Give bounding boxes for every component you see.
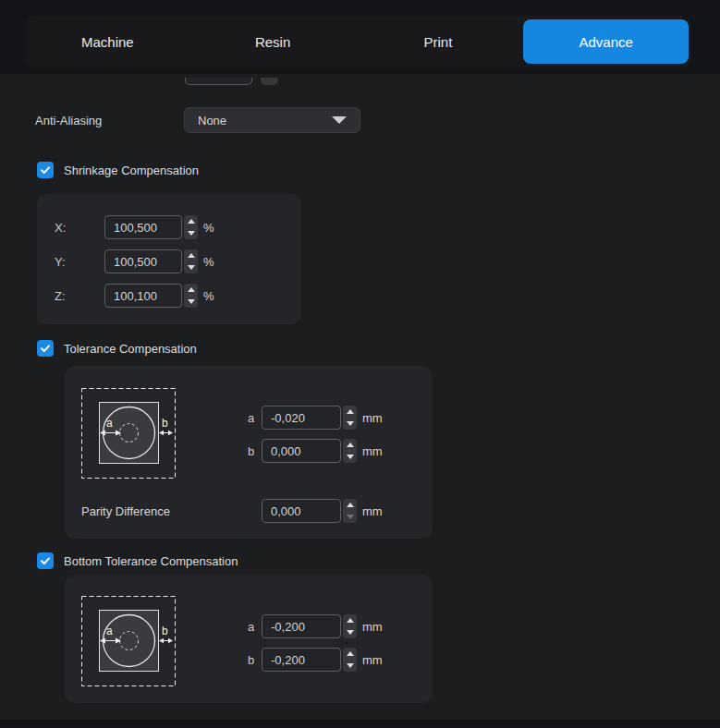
y-label: Y: <box>55 249 66 273</box>
parity-spinner <box>343 499 357 523</box>
tolerance-compensation-checkbox[interactable] <box>37 340 54 357</box>
b-unit: mm <box>362 439 383 463</box>
b-input[interactable] <box>262 439 341 463</box>
arrow-up-icon <box>347 618 354 623</box>
diagram-b-label: b <box>162 625 168 637</box>
x-label: X: <box>55 215 66 239</box>
diagram-b-label: b <box>162 417 168 430</box>
anti-aliasing-select[interactable]: None <box>184 107 360 133</box>
spin-up-button[interactable] <box>343 406 357 418</box>
y-unit: % <box>203 249 214 273</box>
spin-up-button[interactable] <box>184 284 198 296</box>
arrow-down-icon <box>347 630 354 635</box>
a-unit: mm <box>362 614 383 638</box>
bottom-b-input[interactable] <box>262 648 341 672</box>
bottom-tolerance-compensation-panel: a b a mm b mm <box>65 575 433 703</box>
z-unit: % <box>203 284 214 308</box>
advance-settings-page: Machine Resin Print Advance Anti-Aliasin… <box>0 0 720 728</box>
checkmark-icon <box>40 343 51 354</box>
arrow-up-icon <box>188 253 195 258</box>
header-band: Machine Resin Print Advance <box>0 0 720 74</box>
arrow-up-icon <box>188 287 195 292</box>
tolerance-compensation-panel: a b a mm b mm Parity Difference mm <box>65 366 433 539</box>
parity-unit: mm <box>362 499 383 523</box>
bottom-tolerance-diagram: a b <box>81 596 176 686</box>
arrow-down-icon <box>347 421 354 426</box>
spin-down-button[interactable] <box>343 451 357 463</box>
b-label: b <box>248 648 254 672</box>
tolerance-diagram: a b <box>81 388 176 479</box>
z-spinner <box>184 284 198 308</box>
checkmark-icon <box>40 555 51 566</box>
arrow-up-icon <box>347 651 354 656</box>
spin-down-button[interactable] <box>184 296 198 308</box>
spin-down-button[interactable] <box>184 227 198 239</box>
spin-down-button[interactable] <box>343 626 357 638</box>
tolerance-compensation-row: Tolerance Compensation <box>37 340 197 357</box>
spin-down-button[interactable] <box>184 261 198 273</box>
bottom-a-input[interactable] <box>262 614 341 638</box>
bottom-tolerance-compensation-row: Bottom Tolerance Compensation <box>37 552 238 569</box>
tab-resin[interactable]: Resin <box>190 16 356 67</box>
footer-band <box>0 720 720 728</box>
tolerance-compensation-title: Tolerance Compensation <box>64 342 197 356</box>
b-spinner <box>343 439 357 463</box>
shrinkage-compensation-panel: X: % Y: % Z: % <box>37 194 301 324</box>
z-input[interactable] <box>104 284 182 308</box>
shrinkage-compensation-checkbox[interactable] <box>37 162 54 178</box>
tab-machine[interactable]: Machine <box>25 16 190 67</box>
arrow-up-icon <box>347 443 354 447</box>
spin-up-button[interactable] <box>343 614 357 626</box>
diagram-a-label: a <box>106 417 113 430</box>
spin-down-button[interactable] <box>343 511 357 523</box>
chevron-down-icon <box>332 116 347 124</box>
a-input[interactable] <box>262 406 341 430</box>
a-spinner <box>343 406 357 430</box>
spin-down-button[interactable] <box>343 418 357 430</box>
x-input[interactable] <box>104 215 182 239</box>
spin-down-button[interactable] <box>343 660 357 672</box>
arrow-down-icon <box>347 515 354 519</box>
arrow-down-icon <box>188 299 195 304</box>
a-label: a <box>248 406 254 430</box>
arrow-down-icon <box>347 455 354 459</box>
bottom-b-spinner <box>343 648 357 672</box>
bottom-tolerance-compensation-checkbox[interactable] <box>37 552 54 569</box>
shrinkage-compensation-title: Shrinkage Compensation <box>64 164 199 177</box>
bottom-tolerance-compensation-title: Bottom Tolerance Compensation <box>64 554 238 568</box>
clipped-spinner[interactable] <box>261 78 278 85</box>
clipped-input[interactable] <box>185 78 252 85</box>
shrinkage-compensation-row: Shrinkage Compensation <box>37 162 199 178</box>
arrow-down-icon <box>188 265 195 270</box>
spin-up-button[interactable] <box>343 439 357 451</box>
b-label: b <box>248 439 254 463</box>
spin-up-button[interactable] <box>343 648 357 660</box>
checkmark-icon <box>40 164 51 176</box>
tab-print[interactable]: Print <box>356 16 521 67</box>
spin-up-button[interactable] <box>343 499 357 511</box>
z-label: Z: <box>55 284 66 308</box>
tab-advance[interactable]: Advance <box>523 19 689 64</box>
anti-aliasing-label: Anti-Aliasing <box>35 107 102 133</box>
parity-difference-input[interactable] <box>262 499 341 523</box>
spin-up-button[interactable] <box>184 249 198 261</box>
a-unit: mm <box>362 406 383 430</box>
x-spinner <box>184 215 198 239</box>
tab-bar: Machine Resin Print Advance <box>25 16 691 67</box>
arrow-down-icon <box>347 663 354 668</box>
y-spinner <box>184 249 198 273</box>
b-unit: mm <box>362 648 383 672</box>
arrow-up-icon <box>347 409 354 414</box>
parity-difference-label: Parity Difference <box>81 499 170 523</box>
spin-up-button[interactable] <box>184 215 198 227</box>
arrow-up-icon <box>347 503 354 507</box>
anti-aliasing-value: None <box>198 114 226 127</box>
arrow-up-icon <box>188 219 195 224</box>
x-unit: % <box>203 215 214 239</box>
arrow-down-icon <box>188 231 195 236</box>
a-label: a <box>248 614 254 638</box>
diagram-a-label: a <box>106 625 113 637</box>
y-input[interactable] <box>104 249 182 273</box>
bottom-a-spinner <box>343 614 357 638</box>
